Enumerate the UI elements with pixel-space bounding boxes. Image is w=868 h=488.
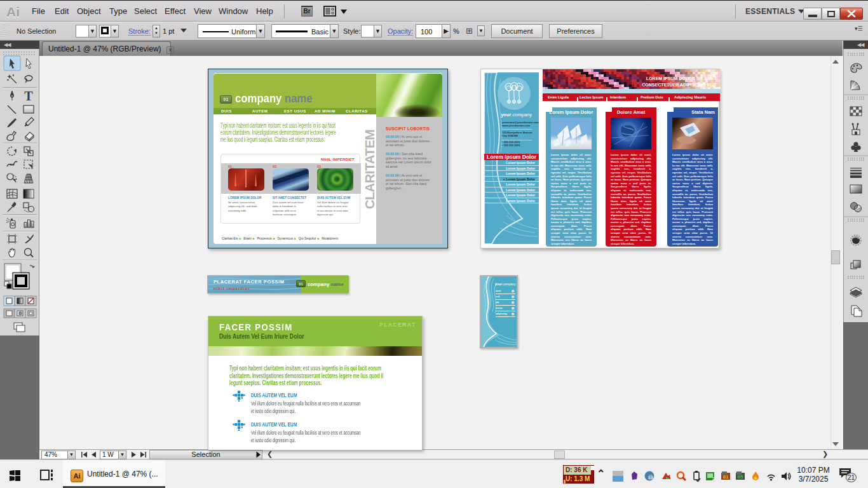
svg-text:T: T [24, 89, 33, 103]
svg-text:05: 05 [738, 474, 743, 480]
svg-text:2: 2 [712, 476, 715, 482]
svg-text:1.0: 1.0 [648, 476, 654, 480]
svg-text:81: 81 [723, 474, 729, 480]
